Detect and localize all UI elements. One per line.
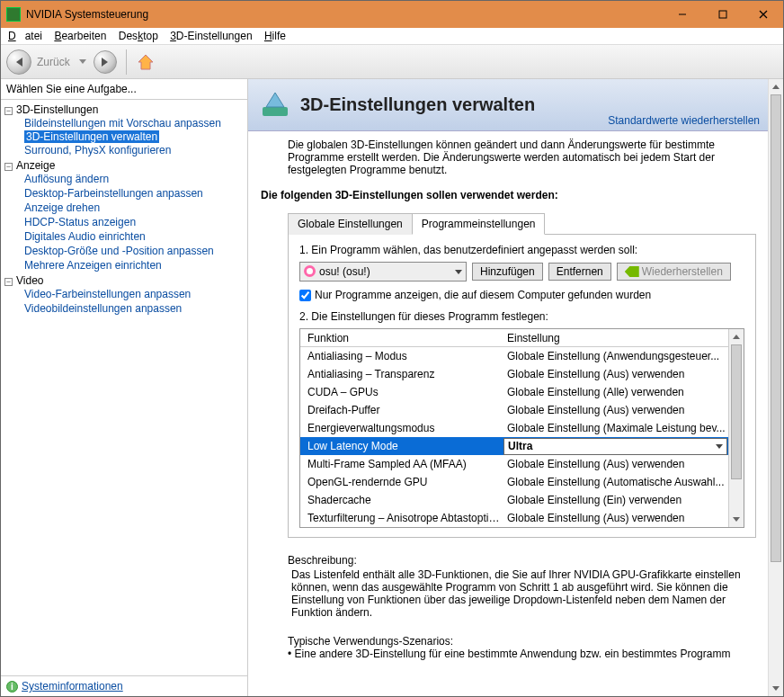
- svg-rect-5: [263, 107, 288, 116]
- task-tree: −3D-EinstellungenBildeinstellungen mit V…: [1, 100, 247, 675]
- scroll-down-icon[interactable]: [729, 512, 744, 527]
- add-button[interactable]: Hinzufügen: [472, 263, 543, 281]
- grid-row[interactable]: Antialiasing – ModusGlobale Einstellung …: [300, 347, 728, 365]
- sidebar: Wählen Sie eine Aufgabe... −3D-Einstellu…: [1, 79, 248, 696]
- description-body: Das Listenfeld enthält alle 3D-Funktione…: [288, 568, 756, 619]
- tree-link[interactable]: Desktop-Farbeinstellungen anpassen: [24, 186, 244, 201]
- main-scroll-thumb[interactable]: [771, 94, 781, 562]
- tree-link[interactable]: Digitales Audio einrichten: [24, 229, 244, 244]
- tree-link[interactable]: Desktop-Größe und -Position anpassen: [24, 244, 244, 258]
- titlebar: NVIDIA Systemsteuerung: [1, 1, 783, 28]
- svg-rect-1: [719, 11, 726, 18]
- tree-toggle[interactable]: −: [4, 107, 13, 115]
- main-scrollbar[interactable]: [768, 79, 783, 696]
- back-dropdown-icon[interactable]: [79, 59, 86, 64]
- grid-scrollbar[interactable]: [728, 329, 744, 527]
- banner: 3D-Einstellungen verwalten Standardwerte…: [248, 79, 771, 131]
- grid-row[interactable]: Low Latency ModeUltra: [300, 437, 728, 455]
- menubar: DDateiatei Bearbeiten Desktop 3D-Einstel…: [1, 28, 783, 45]
- grid-row[interactable]: Antialiasing – TransparenzGlobale Einste…: [300, 365, 728, 383]
- banner-icon: [259, 89, 291, 121]
- remove-button[interactable]: Entfernen: [548, 263, 611, 281]
- tree-link[interactable]: 3D-Einstellungen verwalten: [24, 130, 159, 143]
- svg-marker-4: [138, 55, 153, 69]
- only-installed-checkbox[interactable]: Nur Programme anzeigen, die auf diesem C…: [299, 289, 744, 301]
- toolbar-separator: [126, 49, 127, 75]
- settings-grid: FunktionEinstellungAntialiasing – ModusG…: [299, 328, 744, 528]
- restore-button[interactable]: Wiederherstellen: [617, 263, 731, 281]
- tab-body: 1. Ein Programm wählen, das benutzerdefi…: [288, 234, 756, 538]
- tree-link[interactable]: Auflösung ändern: [24, 172, 244, 186]
- back-label: Zurück: [37, 56, 70, 68]
- toolbar: Zurück: [1, 45, 783, 79]
- description-title: Beschreibung:: [288, 554, 756, 567]
- only-installed-checkbox-input[interactable]: [299, 290, 311, 301]
- sidebar-header: Wählen Sie eine Aufgabe...: [1, 79, 247, 100]
- window-title: NVIDIA Systemsteuerung: [26, 8, 662, 21]
- menu-edit[interactable]: Bearbeiten: [54, 30, 106, 42]
- tree-link[interactable]: Surround, PhysX konfigurieren: [24, 143, 244, 157]
- chevron-down-icon: [455, 270, 462, 274]
- grid-row[interactable]: CUDA – GPUsGlobale Einstellung (Alle) ve…: [300, 383, 728, 401]
- tree-group-label: Video: [16, 274, 43, 287]
- setting-dropdown[interactable]: Ultra: [503, 438, 727, 455]
- back-button[interactable]: [6, 49, 31, 75]
- grid-row[interactable]: Texturfilterung – Anisotrope Abtastoptim…: [300, 509, 728, 527]
- grid-header-col2: Einstellung: [503, 332, 728, 344]
- scenarios-title: Typische Verwendungs-Szenarios:: [288, 635, 756, 648]
- grid-row[interactable]: Multi-Frame Sampled AA (MFAA)Globale Ein…: [300, 455, 728, 473]
- tree-toggle[interactable]: −: [4, 163, 13, 171]
- system-info-link[interactable]: Systeminformationen: [22, 680, 123, 693]
- grid-row[interactable]: Dreifach-PufferGlobale Einstellung (Aus)…: [300, 401, 728, 419]
- grid-row[interactable]: OpenGL-rendernde GPUGlobale Einstellung …: [300, 473, 728, 491]
- menu-desktop[interactable]: Desktop: [119, 30, 158, 42]
- menu-help[interactable]: Hilfe: [264, 30, 286, 42]
- osu-icon: [304, 265, 316, 277]
- minimize-button[interactable]: [662, 1, 702, 28]
- close-button[interactable]: [743, 1, 783, 28]
- tree-link[interactable]: Mehrere Anzeigen einrichten: [24, 258, 244, 273]
- scenarios-bullet: • Eine andere 3D-Einstellung für eine be…: [288, 648, 756, 660]
- scroll-thumb[interactable]: [731, 344, 742, 479]
- tab-program[interactable]: Programmeinstellungen: [412, 213, 546, 235]
- svg-marker-6: [266, 93, 284, 107]
- only-installed-label: Nur Programme anzeigen, die auf diesem C…: [315, 289, 651, 301]
- forward-button[interactable]: [94, 50, 117, 74]
- tree-link[interactable]: Video-Farbeinstellungen anpassen: [24, 287, 244, 301]
- scroll-up-icon[interactable]: [729, 329, 744, 344]
- maximize-button[interactable]: [702, 1, 743, 28]
- main-scroll-down-icon[interactable]: [769, 681, 783, 696]
- sidebar-footer: iSysteminformationen: [1, 675, 247, 696]
- restore-defaults-link[interactable]: Standardwerte wiederherstellen: [608, 114, 760, 127]
- grid-header-col1: Funktion: [300, 332, 503, 344]
- intro-text: Die globalen 3D-Einstellungen können geä…: [288, 139, 756, 176]
- tree-link[interactable]: Bildeinstellungen mit Vorschau anpassen: [24, 116, 244, 130]
- page-title: 3D-Einstellungen verwalten: [300, 94, 760, 115]
- menu-3d[interactable]: 3D-Einstellungen: [170, 30, 252, 42]
- chevron-down-icon: [716, 444, 723, 449]
- tab-global[interactable]: Globale Einstellungen: [288, 213, 413, 235]
- home-icon[interactable]: [136, 52, 156, 72]
- description: Beschreibung: Das Listenfeld enthält all…: [288, 554, 756, 619]
- tree-link[interactable]: Anzeige drehen: [24, 201, 244, 215]
- nvidia-logo-icon: [625, 266, 639, 277]
- tree-link[interactable]: HDCP-Status anzeigen: [24, 215, 244, 229]
- main-scroll-up-icon[interactable]: [769, 79, 783, 94]
- section-title: Die folgenden 3D-Einstellungen sollen ve…: [261, 189, 756, 201]
- tree-group-label: 3D-Einstellungen: [16, 103, 98, 116]
- menu-file[interactable]: DDateiatei: [8, 30, 42, 42]
- step1-label: 1. Ein Programm wählen, das benutzerdefi…: [299, 244, 744, 256]
- step2-label: 2. Die Einstellungen für dieses Programm…: [299, 310, 744, 323]
- tree-toggle[interactable]: −: [4, 278, 13, 286]
- main-panel: 3D-Einstellungen verwalten Standardwerte…: [248, 79, 783, 696]
- program-combo-value: osu! (osu!): [319, 265, 370, 278]
- grid-row[interactable]: EnergieverwaltungsmodusGlobale Einstellu…: [300, 419, 728, 437]
- scenarios: Typische Verwendungs-Szenarios: • Eine a…: [288, 635, 756, 660]
- program-combo[interactable]: osu! (osu!): [299, 262, 467, 281]
- tree-link[interactable]: Videobildeinstellungen anpassen: [24, 301, 244, 316]
- tree-group-label: Anzeige: [16, 159, 55, 172]
- nvidia-app-icon: [6, 7, 21, 22]
- grid-row[interactable]: ShadercacheGlobale Einstellung (Ein) ver…: [300, 491, 728, 509]
- info-icon: i: [6, 681, 18, 693]
